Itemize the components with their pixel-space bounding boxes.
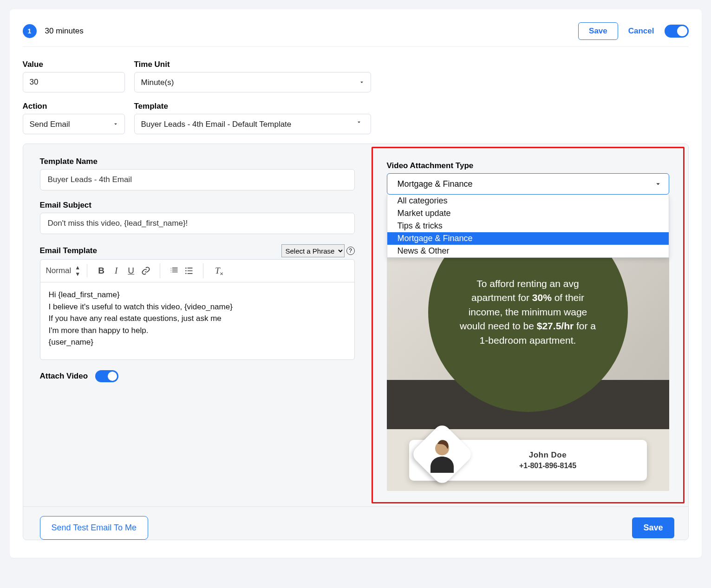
- underline-button[interactable]: U: [124, 263, 138, 278]
- ordered-list-icon: [170, 266, 179, 275]
- rte-toolbar: Normal ▲▼ B I U: [40, 260, 354, 282]
- italic-button[interactable]: I: [109, 263, 124, 278]
- vat-option-market[interactable]: Market update: [387, 207, 669, 220]
- editor-panel: Template Name Email Subject Email Templa…: [23, 144, 689, 540]
- format-caret-icon[interactable]: ▲▼: [75, 264, 80, 277]
- action-select[interactable]: Send Email: [23, 114, 125, 134]
- step-header: 1 30 minutes Save Cancel: [23, 22, 689, 47]
- vat-option-tips[interactable]: Tips & tricks: [387, 220, 669, 232]
- video-attachment-type-select[interactable]: Mortgage & Finance: [387, 173, 669, 195]
- step-card: 1 30 minutes Save Cancel Value Time Unit…: [10, 9, 702, 558]
- preview-circle-text: To afford renting an avg apartment for 3…: [456, 277, 600, 347]
- contact-name: John Doe: [460, 451, 636, 460]
- email-template-label: Email Template: [40, 246, 97, 255]
- rich-text-editor: Normal ▲▼ B I U: [40, 259, 355, 360]
- step-enabled-toggle[interactable]: [665, 25, 689, 38]
- video-attachment-type-label: Video Attachment Type: [387, 161, 669, 170]
- ordered-list-button[interactable]: [167, 263, 182, 278]
- email-subject-label: Email Subject: [40, 201, 355, 210]
- svg-point-2: [185, 273, 187, 274]
- video-attachment-panel: Video Attachment Type Mortgage & Finance…: [372, 147, 685, 503]
- rte-body[interactable]: Hi {lead_first_name} I believe it's usef…: [40, 282, 354, 359]
- person-icon: [424, 436, 461, 473]
- vat-option-news[interactable]: News & Other: [387, 245, 669, 257]
- video-attachment-type-dropdown: All categories Market update Tips & tric…: [387, 195, 669, 258]
- action-label: Action: [23, 102, 125, 111]
- vat-option-mortgage[interactable]: Mortgage & Finance: [387, 232, 669, 245]
- send-test-button[interactable]: Send Test Email To Me: [40, 516, 148, 540]
- template-name-input[interactable]: [40, 169, 355, 190]
- value-label: Value: [23, 60, 125, 69]
- video-preview: To afford renting an avg apartment for 3…: [387, 245, 669, 491]
- time-unit-label: Time Unit: [134, 60, 371, 69]
- template-select[interactable]: Buyer Leads - 4th Email - Default Templa…: [134, 114, 371, 134]
- attach-video-toggle[interactable]: [95, 370, 118, 382]
- phrase-select[interactable]: Select a Phrase: [281, 244, 345, 257]
- vat-option-all[interactable]: All categories: [387, 195, 669, 207]
- email-subject-input[interactable]: [40, 213, 355, 234]
- save-button-bottom[interactable]: Save: [632, 517, 674, 538]
- contact-card: John Doe +1-801-896-8145: [409, 440, 647, 481]
- link-icon: [141, 266, 150, 275]
- save-button-top[interactable]: Save: [578, 22, 618, 40]
- template-label: Template: [134, 102, 371, 111]
- rte-format-label[interactable]: Normal: [46, 266, 72, 275]
- link-button[interactable]: [138, 263, 153, 278]
- attach-video-label: Attach Video: [40, 372, 88, 381]
- svg-point-0: [185, 268, 187, 269]
- template-name-label: Template Name: [40, 157, 355, 166]
- unordered-list-button[interactable]: [182, 263, 196, 278]
- svg-point-1: [185, 270, 187, 272]
- step-title: 30 minutes: [45, 26, 84, 36]
- bold-button[interactable]: B: [94, 263, 109, 278]
- clear-format-button[interactable]: T✕: [210, 263, 225, 278]
- step-number-badge: 1: [23, 24, 37, 38]
- help-icon[interactable]: ?: [346, 247, 355, 255]
- time-unit-select[interactable]: Minute(s): [134, 72, 371, 92]
- contact-phone: +1-801-896-8145: [460, 462, 636, 470]
- value-input[interactable]: [23, 72, 125, 92]
- unordered-list-icon: [184, 266, 194, 275]
- cancel-button[interactable]: Cancel: [626, 23, 656, 39]
